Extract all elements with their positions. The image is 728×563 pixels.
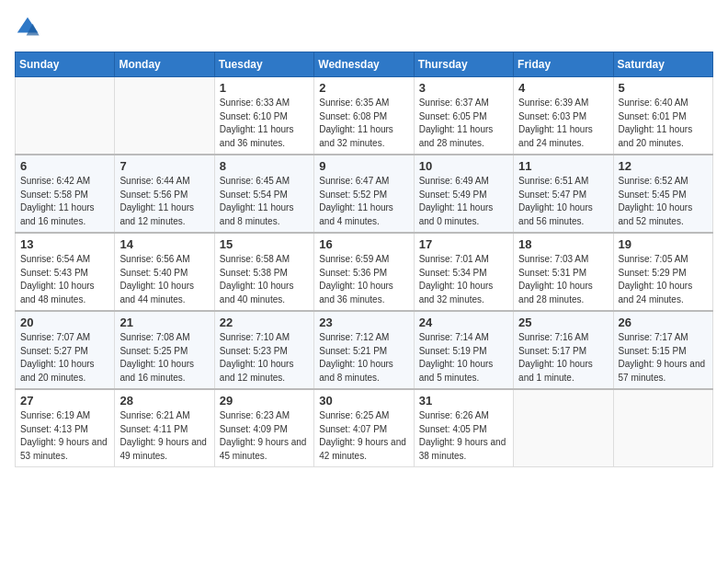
calendar-cell: 28Sunrise: 6:21 AM Sunset: 4:11 PM Dayli… — [115, 389, 214, 467]
day-number: 20 — [20, 316, 109, 329]
calendar-table: SundayMondayTuesdayWednesdayThursdayFrid… — [15, 52, 713, 467]
calendar-cell: 16Sunrise: 6:59 AM Sunset: 5:36 PM Dayli… — [314, 233, 414, 311]
calendar-cell: 29Sunrise: 6:23 AM Sunset: 4:09 PM Dayli… — [214, 389, 313, 467]
day-info: Sunrise: 6:39 AM Sunset: 6:03 PM Dayligh… — [518, 97, 608, 150]
calendar-cell: 26Sunrise: 7:17 AM Sunset: 5:15 PM Dayli… — [613, 311, 712, 389]
calendar-cell: 18Sunrise: 7:03 AM Sunset: 5:31 PM Dayli… — [514, 233, 613, 311]
calendar-cell: 4Sunrise: 6:39 AM Sunset: 6:03 PM Daylig… — [514, 77, 613, 155]
calendar-cell: 22Sunrise: 7:10 AM Sunset: 5:23 PM Dayli… — [214, 311, 313, 389]
day-info: Sunrise: 6:49 AM Sunset: 5:49 PM Dayligh… — [419, 175, 508, 228]
calendar-week-row: 1Sunrise: 6:33 AM Sunset: 6:10 PM Daylig… — [16, 77, 713, 155]
day-number: 13 — [20, 237, 109, 251]
day-info: Sunrise: 6:19 AM Sunset: 4:13 PM Dayligh… — [20, 409, 109, 463]
calendar-cell: 21Sunrise: 7:08 AM Sunset: 5:25 PM Dayli… — [115, 311, 214, 389]
day-info: Sunrise: 6:47 AM Sunset: 5:52 PM Dayligh… — [319, 175, 408, 228]
day-number: 19 — [619, 237, 708, 251]
day-number: 2 — [319, 81, 408, 95]
day-number: 30 — [319, 394, 408, 408]
day-number: 6 — [20, 159, 109, 173]
day-info: Sunrise: 7:07 AM Sunset: 5:27 PM Dayligh… — [20, 331, 109, 385]
day-info: Sunrise: 6:21 AM Sunset: 4:11 PM Dayligh… — [119, 409, 209, 463]
calendar-cell: 5Sunrise: 6:40 AM Sunset: 6:01 PM Daylig… — [613, 77, 712, 155]
calendar-cell — [613, 389, 712, 467]
day-info: Sunrise: 7:10 AM Sunset: 5:23 PM Dayligh… — [220, 331, 309, 385]
day-info: Sunrise: 6:44 AM Sunset: 5:56 PM Dayligh… — [119, 175, 209, 228]
day-number: 7 — [119, 159, 209, 173]
day-number: 24 — [419, 316, 508, 329]
day-number: 14 — [119, 237, 209, 251]
calendar-cell: 11Sunrise: 6:51 AM Sunset: 5:47 PM Dayli… — [514, 155, 613, 233]
day-info: Sunrise: 6:51 AM Sunset: 5:47 PM Dayligh… — [518, 175, 608, 228]
calendar-cell: 8Sunrise: 6:45 AM Sunset: 5:54 PM Daylig… — [214, 155, 313, 233]
logo-icon — [15, 15, 40, 40]
day-number: 21 — [119, 316, 209, 329]
calendar-cell: 24Sunrise: 7:14 AM Sunset: 5:19 PM Dayli… — [414, 311, 513, 389]
calendar-cell: 25Sunrise: 7:16 AM Sunset: 5:17 PM Dayli… — [514, 311, 613, 389]
day-info: Sunrise: 7:01 AM Sunset: 5:34 PM Dayligh… — [419, 253, 508, 306]
calendar-cell: 19Sunrise: 7:05 AM Sunset: 5:29 PM Dayli… — [613, 233, 712, 311]
day-number: 26 — [619, 316, 708, 329]
calendar-cell: 9Sunrise: 6:47 AM Sunset: 5:52 PM Daylig… — [314, 155, 414, 233]
day-info: Sunrise: 6:42 AM Sunset: 5:58 PM Dayligh… — [20, 175, 109, 228]
calendar-cell: 1Sunrise: 6:33 AM Sunset: 6:10 PM Daylig… — [214, 77, 313, 155]
day-number: 10 — [419, 159, 508, 173]
day-header-friday: Friday — [514, 52, 613, 77]
calendar-cell: 6Sunrise: 6:42 AM Sunset: 5:58 PM Daylig… — [16, 155, 115, 233]
day-header-thursday: Thursday — [414, 52, 513, 77]
page-header — [15, 15, 713, 40]
calendar-cell — [115, 77, 214, 155]
day-number: 12 — [619, 159, 708, 173]
day-number: 11 — [518, 159, 608, 173]
calendar-cell: 10Sunrise: 6:49 AM Sunset: 5:49 PM Dayli… — [414, 155, 513, 233]
calendar-cell — [16, 77, 115, 155]
day-number: 17 — [419, 237, 508, 251]
day-number: 22 — [220, 316, 309, 329]
day-info: Sunrise: 7:08 AM Sunset: 5:25 PM Dayligh… — [119, 331, 209, 385]
day-number: 27 — [20, 394, 109, 408]
day-number: 23 — [319, 316, 408, 329]
day-info: Sunrise: 6:59 AM Sunset: 5:36 PM Dayligh… — [319, 253, 408, 306]
calendar-cell: 12Sunrise: 6:52 AM Sunset: 5:45 PM Dayli… — [613, 155, 712, 233]
day-number: 8 — [220, 159, 309, 173]
day-info: Sunrise: 6:23 AM Sunset: 4:09 PM Dayligh… — [220, 409, 309, 463]
day-number: 29 — [220, 394, 309, 408]
day-info: Sunrise: 7:05 AM Sunset: 5:29 PM Dayligh… — [619, 253, 708, 306]
calendar-cell: 31Sunrise: 6:26 AM Sunset: 4:05 PM Dayli… — [414, 389, 513, 467]
calendar-cell: 17Sunrise: 7:01 AM Sunset: 5:34 PM Dayli… — [414, 233, 513, 311]
calendar-cell: 7Sunrise: 6:44 AM Sunset: 5:56 PM Daylig… — [115, 155, 214, 233]
calendar-cell: 14Sunrise: 6:56 AM Sunset: 5:40 PM Dayli… — [115, 233, 214, 311]
calendar-week-row: 20Sunrise: 7:07 AM Sunset: 5:27 PM Dayli… — [16, 311, 713, 389]
day-info: Sunrise: 6:37 AM Sunset: 6:05 PM Dayligh… — [419, 97, 508, 150]
calendar-cell: 15Sunrise: 6:58 AM Sunset: 5:38 PM Dayli… — [214, 233, 313, 311]
logo — [15, 15, 44, 40]
day-header-sunday: Sunday — [16, 52, 115, 77]
day-info: Sunrise: 6:58 AM Sunset: 5:38 PM Dayligh… — [220, 253, 309, 306]
calendar-cell: 13Sunrise: 6:54 AM Sunset: 5:43 PM Dayli… — [16, 233, 115, 311]
day-number: 25 — [518, 316, 608, 329]
calendar-cell: 23Sunrise: 7:12 AM Sunset: 5:21 PM Dayli… — [314, 311, 414, 389]
calendar-cell: 3Sunrise: 6:37 AM Sunset: 6:05 PM Daylig… — [414, 77, 513, 155]
day-number: 4 — [518, 81, 608, 95]
calendar-cell: 30Sunrise: 6:25 AM Sunset: 4:07 PM Dayli… — [314, 389, 414, 467]
day-info: Sunrise: 6:45 AM Sunset: 5:54 PM Dayligh… — [220, 175, 309, 228]
day-number: 15 — [220, 237, 309, 251]
day-info: Sunrise: 7:12 AM Sunset: 5:21 PM Dayligh… — [319, 331, 408, 385]
day-number: 28 — [119, 394, 209, 408]
day-number: 1 — [220, 81, 309, 95]
day-number: 3 — [419, 81, 508, 95]
day-header-tuesday: Tuesday — [214, 52, 313, 77]
calendar-cell: 2Sunrise: 6:35 AM Sunset: 6:08 PM Daylig… — [314, 77, 414, 155]
day-number: 16 — [319, 237, 408, 251]
day-header-wednesday: Wednesday — [314, 52, 414, 77]
day-info: Sunrise: 6:25 AM Sunset: 4:07 PM Dayligh… — [319, 409, 408, 463]
day-info: Sunrise: 6:26 AM Sunset: 4:05 PM Dayligh… — [419, 409, 508, 463]
day-info: Sunrise: 6:33 AM Sunset: 6:10 PM Dayligh… — [220, 97, 309, 150]
day-info: Sunrise: 6:52 AM Sunset: 5:45 PM Dayligh… — [619, 175, 708, 228]
day-info: Sunrise: 7:14 AM Sunset: 5:19 PM Dayligh… — [419, 331, 508, 385]
day-info: Sunrise: 7:03 AM Sunset: 5:31 PM Dayligh… — [518, 253, 608, 306]
day-info: Sunrise: 7:16 AM Sunset: 5:17 PM Dayligh… — [518, 331, 608, 385]
calendar-week-row: 6Sunrise: 6:42 AM Sunset: 5:58 PM Daylig… — [16, 155, 713, 233]
day-info: Sunrise: 6:56 AM Sunset: 5:40 PM Dayligh… — [119, 253, 209, 306]
day-number: 9 — [319, 159, 408, 173]
day-info: Sunrise: 7:17 AM Sunset: 5:15 PM Dayligh… — [619, 331, 708, 385]
